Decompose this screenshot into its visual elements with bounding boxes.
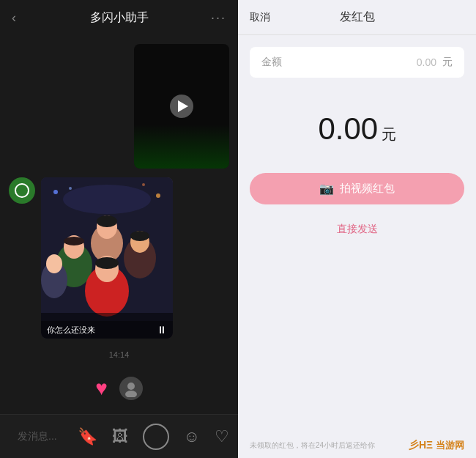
input-placeholder: 发消息... [18,430,57,442]
svg-point-5 [142,183,145,186]
photo-caption: 你怎么还没来 [47,325,95,336]
video-red-packet-button[interactable]: 📷 拍视频红包 [250,173,464,204]
reaction-avatar [119,377,143,400]
photo-message[interactable]: 你怎么还没来 ⏸ [41,177,173,339]
left-panel: ‹ 多闪小助手 ··· [0,0,238,458]
sender-avatar [9,177,35,204]
message-timestamp: 14:14 [9,350,229,359]
svg-point-16 [97,215,117,227]
svg-point-3 [69,187,72,190]
red-packet-form: 金额 0.00 元 0.00 元 📷 拍视频红包 直接发送 [238,35,476,254]
right-panel-title: 发红包 [340,10,375,25]
more-icon[interactable]: ··· [211,10,226,26]
amount-input-field[interactable]: 0.00 [393,56,436,68]
amount-display: 0.00 元 [250,89,464,161]
svg-point-2 [53,190,58,194]
chat-title: 多闪小助手 [90,10,149,26]
image-icon[interactable]: 🖼 [112,427,128,446]
amount-unit: 元 [442,56,453,69]
avatar-ring [15,183,29,198]
direct-send-label: 直接发送 [337,223,378,234]
cancel-button[interactable]: 取消 [250,11,270,24]
photo-overlay: 你怎么还没来 ⏸ [41,321,173,339]
right-footer: 未领取的红包，将在24小时后返还给你 彡ΗΞ 当游网 [238,433,476,458]
amount-label: 金额 [261,56,282,69]
message-input[interactable]: 发消息... [9,424,78,449]
svg-point-19 [95,257,119,269]
svg-point-15 [46,254,62,273]
svg-point-17 [64,237,84,245]
direct-send-button[interactable]: 直接发送 [250,216,464,242]
camera-icon: 📷 [319,182,334,196]
svg-point-22 [125,391,137,397]
back-icon[interactable]: ‹ [12,10,16,26]
footer-notice: 未领取的红包，将在24小时后返还给你 [250,440,375,451]
bottom-icons-group: 🔖 🖼 ☺ ♡ [78,424,229,450]
bottom-toolbar: 发消息... 🔖 🖼 ☺ ♡ [0,414,238,458]
left-header: ‹ 多闪小助手 ··· [0,0,238,35]
chat-area: 你怎么还没来 ⏸ 14:14 ♥ [0,35,238,414]
svg-point-21 [127,383,135,390]
heart-reaction[interactable]: ♥ [95,377,108,400]
amount-input-box: 金额 0.00 元 [250,47,464,78]
emoji-icon[interactable]: ☺ [184,427,200,446]
record-button[interactable] [143,424,169,450]
amount-input-group: 0.00 元 [393,56,453,69]
pause-icon: ⏸ [157,324,167,336]
video-btn-label: 拍视频红包 [340,182,395,196]
photo-illustration [41,177,173,339]
more-tools-icon[interactable]: ♡ [215,427,229,446]
video-message-container [9,44,229,169]
watermark-text: 当游网 [436,439,464,452]
photo-background [41,177,173,339]
watermark-logo: 彡ΗΞ [409,439,433,452]
video-message[interactable] [134,44,229,169]
reactions-row: ♥ [9,371,229,406]
amount-display-unit: 元 [382,126,396,142]
bookmark-icon[interactable]: 🔖 [78,427,97,446]
amount-display-value: 0.00 [318,111,378,146]
svg-point-18 [130,231,149,241]
incoming-message-row: 你怎么还没来 ⏸ [9,177,229,339]
play-button[interactable] [170,95,193,118]
right-panel: 取消 发红包 金额 0.00 元 0.00 元 📷 拍视频红包 直接发送 [238,0,476,458]
avatar-icon [122,380,140,397]
svg-point-1 [63,185,151,214]
watermark-area: 彡ΗΞ 当游网 [409,439,464,452]
right-header: 取消 发红包 [238,0,476,35]
svg-point-4 [156,193,160,198]
